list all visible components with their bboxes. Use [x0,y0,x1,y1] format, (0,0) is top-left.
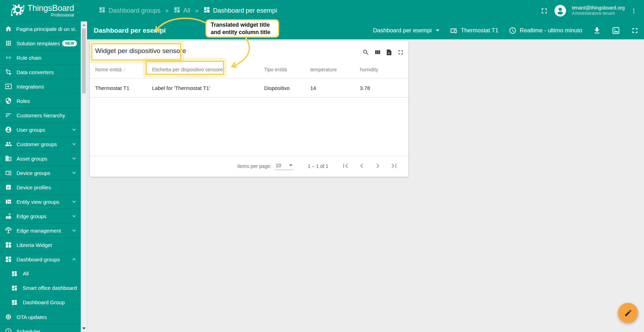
sidebar-item-all[interactable]: All [0,266,81,281]
page-range-label: 1 – 1 of 1 [308,163,328,169]
widgets-icon [5,241,13,248]
column-header-humidity[interactable]: humidity [360,67,408,72]
edit-dashboard-fab[interactable] [618,303,638,323]
sidebar: ThingsBoard Professional Pagina principa… [0,0,87,332]
sidebar-item-rule-chain[interactable]: Rule chain [0,50,81,65]
sidebar-item-integrations[interactable]: Integrations [0,79,81,93]
table-cell: 3.78 [360,85,408,91]
screenshot-image-button[interactable] [612,26,620,35]
avatar[interactable] [554,5,566,17]
shield-icon [5,97,13,104]
sidebar-item-user-groups[interactable]: User groups [0,122,81,137]
dashboard-icon [173,6,180,15]
chip-icon [5,313,13,320]
user-info[interactable]: tenant@thingsboard.org Amministratore te… [572,5,625,17]
people-icon [5,141,13,148]
widget-fullscreen-icon[interactable] [397,49,404,57]
breadcrumb-item-dashboard-groups[interactable]: Dashboard groups [99,6,160,15]
divider [90,97,408,98]
sidebar-item-asset-groups[interactable]: Asset groups [0,151,81,165]
apps-icon [5,40,13,47]
devices-icon [5,169,13,176]
thingsboard-app: ThingsBoard Professional Pagina principa… [0,0,644,332]
top-header-bar: Dashboard groups>All>Dashboard per esemp… [87,0,644,21]
dashboard-content: Widget per dispositivo sensore Nome enti… [87,39,644,332]
timewindow-button[interactable]: Realtime - ultimo minuto [509,27,582,34]
brand-logo[interactable]: ThingsBoard Professional [0,0,81,21]
transform-icon [5,69,13,76]
devices-icon [450,27,458,34]
sidebar-item-customer-groups[interactable]: Customer groups [0,137,81,151]
search-icon[interactable] [362,49,369,57]
scrollbar-up-arrow-icon[interactable] [82,24,86,26]
dashboard-fullscreen-button[interactable] [631,26,639,35]
router-icon [5,213,13,220]
next-page-button[interactable] [373,161,382,171]
items-per-page-select[interactable]: 10 [275,163,293,170]
columns-display-icon[interactable] [374,49,381,57]
chevron-up-icon [71,256,77,262]
scrollbar-down-arrow-icon[interactable] [82,327,86,330]
table-cell: Label for 'Thermostat T1' [152,85,264,91]
clock-icon [509,27,517,34]
sidebar-item-edge-groups[interactable]: Edge groups [0,209,81,223]
antenna-icon [5,227,13,234]
sidebar-item-libreria-widget[interactable]: Libreria Widget [0,237,81,252]
entities-table-widget: Widget per dispositivo sensore Nome enti… [90,41,408,177]
caret-down-icon [289,164,293,166]
breadcrumb: Dashboard groups>All>Dashboard per esemp… [99,6,277,15]
table-cell: 14 [310,85,360,91]
more-menu-button[interactable] [631,8,637,14]
sidebar-item-device-groups[interactable]: Device groups [0,165,81,180]
sidebar-item-edge-management[interactable]: Edge management [0,223,81,237]
rule-chain-icon [5,54,13,61]
scrollbar-thumb[interactable] [82,28,86,93]
svg-text:D: D [7,185,10,189]
last-page-button[interactable] [389,161,399,171]
hierarchy-icon [5,112,13,119]
export-download-button[interactable] [593,26,601,35]
brand-edition: Professional [27,13,74,18]
items-per-page-label: Items per page: [237,163,271,169]
main-area: Dashboard groups>All>Dashboard per esemp… [87,0,644,332]
sidebar-item-customers-hierarchy[interactable]: Customers hierarchy [0,108,81,122]
sidebar-item-dashboard-group[interactable]: Dashboard Group [0,295,81,310]
chevron-down-icon [71,170,77,176]
chevron-down-icon [71,213,77,219]
sidebar-item-ota-updates[interactable]: OTA updates [0,310,81,324]
sidebar-scrollbar[interactable] [81,21,87,332]
column-header-nome-entit[interactable]: Nome entità↑ [95,67,152,72]
sidebar-item-entity-view-groups[interactable]: Entity view groups [0,194,81,209]
sidebar-item-smart-office-dashboards[interactable]: Smart office dashboards [0,281,81,295]
page-title: Dashboard per esempi [94,27,166,34]
entity-select[interactable]: Thermostat T1 [450,27,498,34]
sidebar-item-dashboard-groups[interactable]: Dashboard groups [0,252,81,266]
thingsboard-gear-logo-icon [9,3,25,19]
breadcrumb-item-all[interactable]: All [173,6,190,15]
dashboard-state-select[interactable]: Dashboard per esempi [373,27,439,34]
export-table-icon[interactable] [386,49,393,57]
previous-page-button[interactable] [357,161,366,171]
table-cell: Dispositivo [264,85,310,91]
breadcrumb-item-dashboard-per-esempi[interactable]: Dashboard per esempi [203,6,277,15]
sidebar-item-pagina-principale-di-un-si[interactable]: Pagina principale di un si… [0,21,81,36]
sidebar-item-data-converters[interactable]: Data converters [0,65,81,79]
caret-down-icon [436,30,439,31]
first-page-button[interactable] [341,161,350,171]
column-header-tipo-entit[interactable]: Tipo entità [264,67,310,72]
sidebar-item-roles[interactable]: Roles [0,93,81,108]
table-header-row: Nome entità↑Etichetta per dispositivo se… [90,61,408,78]
sidebar-item-device-profiles[interactable]: D Device profiles [0,180,81,194]
dashboard-icon [11,299,19,306]
fullscreen-toggle-button[interactable] [540,7,548,15]
dashboard-icon [99,6,106,15]
domain-icon [5,155,13,162]
table-cell: Thermostat T1 [95,85,152,91]
clock-icon [5,328,13,332]
sidebar-item-solution-templates[interactable]: Solution templates NEW [0,36,81,50]
table-row[interactable]: Thermostat T1Label for 'Thermostat T1'Di… [90,79,408,97]
column-header-etichetta-per-dispositivo-sensore[interactable]: Etichetta per dispositivo sensore [152,67,264,72]
column-header-temperature[interactable]: temperature [310,67,360,72]
dashboard-toolbar: Dashboard per esempi Dashboard per esemp… [87,21,644,39]
sidebar-item-scheduler[interactable]: Scheduler [0,324,81,332]
